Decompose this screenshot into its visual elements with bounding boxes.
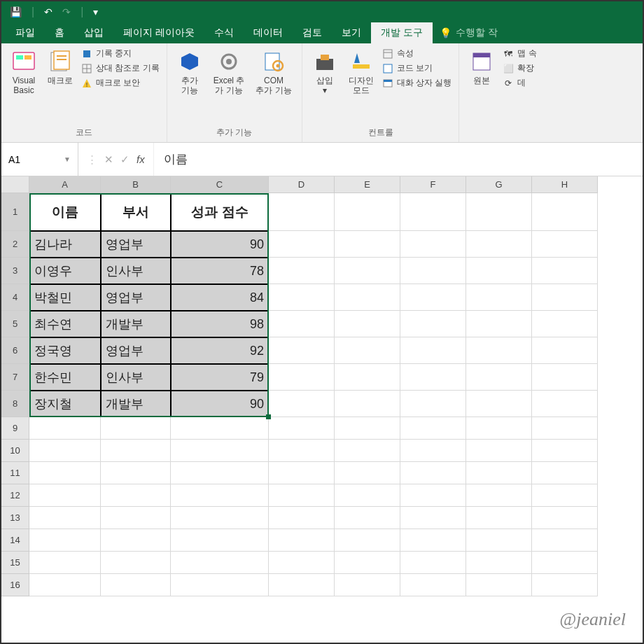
select-all-corner[interactable] [1,176,29,193]
cell[interactable] [400,574,466,596]
cell[interactable] [269,258,335,284]
cell[interactable] [532,574,598,596]
cell[interactable] [101,552,171,574]
cell[interactable] [269,507,335,529]
cell[interactable] [400,552,466,574]
cell[interactable]: 영업부 [101,337,171,364]
cell[interactable] [335,337,400,364]
cell[interactable] [532,391,598,417]
cell[interactable] [532,258,598,284]
run-dialog-button[interactable]: 대화 상자 실행 [382,77,452,89]
cell[interactable]: 한수민 [29,364,101,391]
cell[interactable] [532,552,598,574]
cell[interactable] [335,231,400,258]
cell[interactable]: 최수연 [29,311,101,337]
cell[interactable] [335,364,400,391]
cell[interactable] [101,574,171,596]
cell[interactable] [335,574,400,596]
row-header[interactable]: 4 [1,284,29,311]
cell[interactable] [269,484,335,507]
cell[interactable]: 영업부 [101,284,171,311]
customize-qat-icon[interactable]: ▾ [93,6,98,18]
cell[interactable] [466,311,532,337]
xml-source-button[interactable]: 원본 [466,48,497,87]
cell[interactable] [171,507,269,529]
cell[interactable] [269,193,335,231]
cell[interactable] [269,529,335,552]
cell[interactable] [532,484,598,507]
tab-home[interactable]: 홈 [45,22,74,43]
column-header[interactable]: F [400,176,466,193]
cell[interactable] [466,574,532,596]
relative-reference-button[interactable]: 상대 참조로 기록 [81,62,160,74]
cell[interactable] [171,417,269,440]
cell[interactable] [466,552,532,574]
row-header[interactable]: 2 [1,231,29,258]
cell[interactable]: 79 [171,364,269,391]
cell[interactable] [335,484,400,507]
cell[interactable] [269,391,335,417]
cell[interactable] [335,462,400,484]
cell[interactable]: 부서 [101,193,171,231]
cell[interactable] [171,552,269,574]
cell[interactable] [400,364,466,391]
cell[interactable] [171,529,269,552]
row-header[interactable]: 9 [1,417,29,440]
tell-me-search[interactable]: 💡 수행할 작 [433,22,505,43]
row-header[interactable]: 3 [1,258,29,284]
tab-formulas[interactable]: 수식 [204,22,244,43]
row-header[interactable]: 16 [1,574,29,596]
cell[interactable] [400,462,466,484]
cell[interactable]: 90 [171,391,269,417]
xml-data-button[interactable]: ⟳ 데 [503,77,536,89]
cell[interactable] [101,462,171,484]
cell[interactable]: 개발부 [101,391,171,417]
cell[interactable]: 김나라 [29,231,101,258]
cell[interactable]: 성과 점수 [171,193,269,231]
com-addins-button[interactable]: COM 추가 기능 [253,48,294,97]
cell[interactable] [466,364,532,391]
properties-button[interactable]: 속성 [382,48,452,59]
cell[interactable] [101,484,171,507]
cell[interactable] [466,284,532,311]
cell[interactable] [335,258,400,284]
cell[interactable] [269,417,335,440]
cell[interactable] [269,311,335,337]
formula-input[interactable]: 이름 [154,151,643,167]
cell[interactable] [466,529,532,552]
cell[interactable] [400,417,466,440]
tab-file[interactable]: 파일 [6,22,45,43]
cell[interactable] [400,440,466,462]
cell[interactable] [29,440,101,462]
cell[interactable] [466,484,532,507]
row-header[interactable]: 13 [1,507,29,529]
cell[interactable] [269,462,335,484]
cell[interactable]: 인사부 [101,258,171,284]
cell[interactable] [400,311,466,337]
cell[interactable] [171,462,269,484]
fx-icon[interactable]: fx [136,153,145,165]
cell[interactable]: 98 [171,311,269,337]
row-header[interactable]: 12 [1,484,29,507]
cell[interactable]: 정국영 [29,337,101,364]
cell[interactable] [400,337,466,364]
expansion-packs-button[interactable]: ⬜ 확장 [503,62,536,74]
cell[interactable] [532,462,598,484]
cell[interactable] [466,193,532,231]
insert-control-button[interactable]: 삽입▾ [309,48,340,97]
cell[interactable]: 장지철 [29,391,101,417]
cell[interactable] [335,391,400,417]
tab-page-layout[interactable]: 페이지 레이아웃 [113,22,204,43]
tab-developer[interactable]: 개발 도구 [371,22,433,43]
cell[interactable] [269,231,335,258]
cell[interactable] [269,364,335,391]
macro-security-button[interactable]: ! 매크로 보안 [81,77,160,89]
cell[interactable] [532,284,598,311]
cell[interactable] [269,440,335,462]
cell[interactable] [400,258,466,284]
column-header[interactable]: C [171,176,269,193]
undo-icon[interactable]: ↶ [44,6,52,18]
cell[interactable] [335,193,400,231]
cell[interactable] [532,311,598,337]
tab-review[interactable]: 검토 [293,22,332,43]
